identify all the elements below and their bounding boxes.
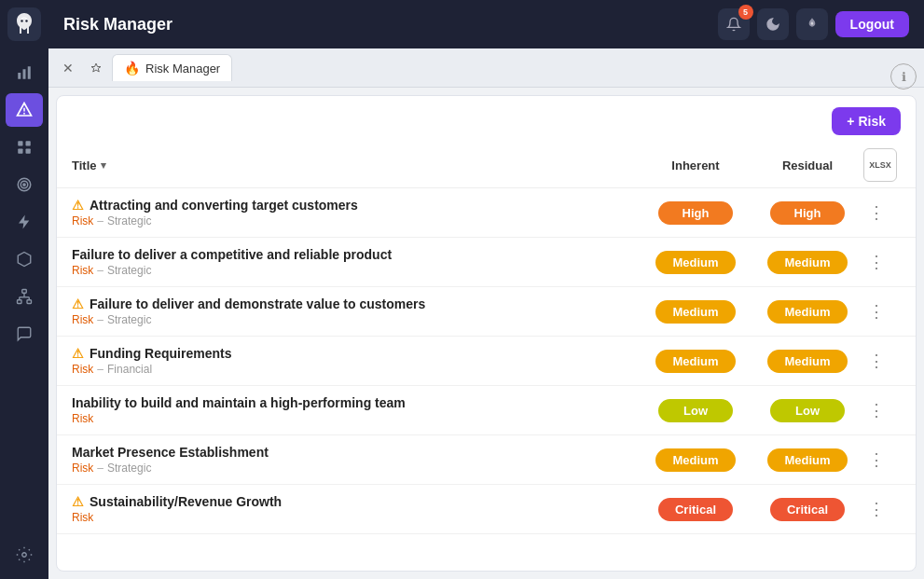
svg-point-14 [23,184,25,186]
th-title[interactable]: Title ▾ [72,159,640,172]
risk-title-cell: Inability to build and maintain a high-p… [72,395,640,425]
inherent-cell: High [640,201,752,225]
sidebar-item-risk[interactable] [6,93,43,127]
warning-icon: ⚠ [72,198,84,213]
svg-rect-9 [26,141,31,145]
svg-point-7 [23,113,25,115]
risk-title-cell: ⚠ Sustainability/Revenue Growth Risk [72,494,640,524]
risk-title-cell: ⚠ Funding Requirements Risk –Financial [72,346,640,376]
residual-cell: Medium [752,448,863,472]
sidebar-item-actions[interactable] [6,205,43,239]
inherent-cell: Critical [640,498,752,521]
topbar: Risk Manager 5 Logout [48,0,924,48]
main-area: Risk Manager 5 Logout ✕ 🔥 Risk Manager [48,0,924,579]
inherent-badge: Medium [655,350,735,373]
risk-table: Title ▾ Inherent Residual XLSX ⚠ Attract… [57,143,916,571]
risk-meta: Risk –Strategic [72,462,640,475]
risk-title-cell: ⚠ Attracting and converting target custo… [72,198,640,227]
risk-title-cell: Failure to deliver a competitive and rel… [72,247,640,277]
sort-icon: ▾ [101,159,106,172]
row-menu-button[interactable]: ⋮ [863,397,890,423]
risk-name[interactable]: ⚠ Funding Requirements [72,346,640,361]
inherent-badge: Critical [658,498,733,521]
sidebar-item-analytics[interactable] [6,56,43,90]
sidebar-item-assets[interactable] [6,242,43,276]
xlsx-export-button[interactable]: XLSX [863,148,897,182]
residual-cell: Medium [752,300,863,324]
residual-badge: Medium [767,448,847,472]
risk-name[interactable]: ⚠ Failure to deliver and demonstrate val… [72,296,640,311]
table-row: Failure to deliver a competitive and rel… [57,238,916,287]
row-menu-button[interactable]: ⋮ [863,298,890,324]
residual-cell: Medium [752,251,863,274]
svg-rect-5 [28,66,31,79]
table-row: Market Presence Establishment Risk –Stra… [57,435,916,485]
risk-meta: Risk –Strategic [72,313,640,326]
residual-cell: High [752,201,863,225]
th-residual: Residual [752,159,863,172]
tab-label: Risk Manager [145,62,220,76]
svg-rect-8 [18,141,22,145]
logout-button[interactable]: Logout [835,11,909,37]
residual-cell: Medium [752,350,863,373]
inherent-badge: Medium [655,448,735,472]
svg-point-1 [21,20,22,21]
info-button[interactable]: ℹ [890,63,917,90]
residual-cell: Critical [752,498,863,521]
risk-meta: Risk [72,412,640,425]
svg-rect-16 [18,300,22,304]
sidebar-item-org[interactable] [6,280,43,313]
warning-icon: ⚠ [72,296,84,311]
risk-title-cell: Market Presence Establishment Risk –Stra… [72,445,640,475]
topbar-icons: 5 Logout [718,8,909,40]
tab-risk-manager[interactable]: 🔥 Risk Manager [112,54,232,81]
svg-rect-10 [18,149,22,154]
residual-cell: Low [752,399,863,422]
tab-pin-button[interactable] [84,56,108,80]
sidebar-item-board[interactable] [6,131,43,164]
tab-bar: ✕ 🔥 Risk Manager [48,48,924,88]
row-menu-button[interactable]: ⋮ [863,249,890,275]
inherent-cell: Medium [640,300,752,324]
risk-name[interactable]: ⚠ Attracting and converting target custo… [72,198,640,213]
risk-meta: Risk –Strategic [72,214,640,227]
add-risk-button[interactable]: + Risk [832,107,901,135]
risk-name[interactable]: Inability to build and maintain a high-p… [72,395,640,410]
svg-rect-17 [27,300,32,304]
risk-meta: Risk –Strategic [72,264,640,277]
sidebar-item-chat[interactable] [6,317,43,351]
inherent-cell: Medium [640,350,752,373]
inherent-cell: Low [640,399,752,422]
risk-title-cell: ⚠ Failure to deliver and demonstrate val… [72,296,640,326]
warning-icon: ⚠ [72,346,84,361]
sidebar-item-settings[interactable] [6,538,43,572]
risk-name[interactable]: Market Presence Establishment [72,445,640,460]
table-header: Title ▾ Inherent Residual XLSX [57,143,916,188]
notification-button[interactable]: 5 [718,8,750,40]
fire-button[interactable] [796,8,828,40]
row-menu-button[interactable]: ⋮ [863,200,890,226]
svg-rect-4 [23,69,26,79]
risk-name[interactable]: ⚠ Sustainability/Revenue Growth [72,494,640,509]
residual-badge: Critical [770,498,845,521]
row-menu-button[interactable]: ⋮ [863,348,890,374]
table-row: ⚠ Attracting and converting target custo… [57,188,916,238]
notification-badge: 5 [738,5,753,20]
residual-badge: Medium [767,300,847,324]
dark-mode-button[interactable] [757,8,789,40]
inherent-badge: High [658,201,733,225]
table-row: ⚠ Funding Requirements Risk –Financial M… [57,337,916,386]
svg-point-22 [22,553,27,558]
app-logo [7,7,41,41]
sidebar-item-goals[interactable] [6,168,43,201]
risk-name[interactable]: Failure to deliver a competitive and rel… [72,247,640,262]
row-menu-button[interactable]: ⋮ [863,496,890,522]
table-row: ⚠ Sustainability/Revenue Growth Risk Cri… [57,485,916,534]
content-panel: + Risk Title ▾ Inherent Residual XLSX [56,95,917,572]
page-title: Risk Manager [63,15,707,34]
row-menu-button[interactable]: ⋮ [863,447,890,473]
table-row: ⚠ Failure to deliver and demonstrate val… [57,287,916,337]
table-body: ⚠ Attracting and converting target custo… [57,188,916,534]
tab-close-button[interactable]: ✕ [56,56,80,80]
inherent-badge: Medium [655,251,735,274]
